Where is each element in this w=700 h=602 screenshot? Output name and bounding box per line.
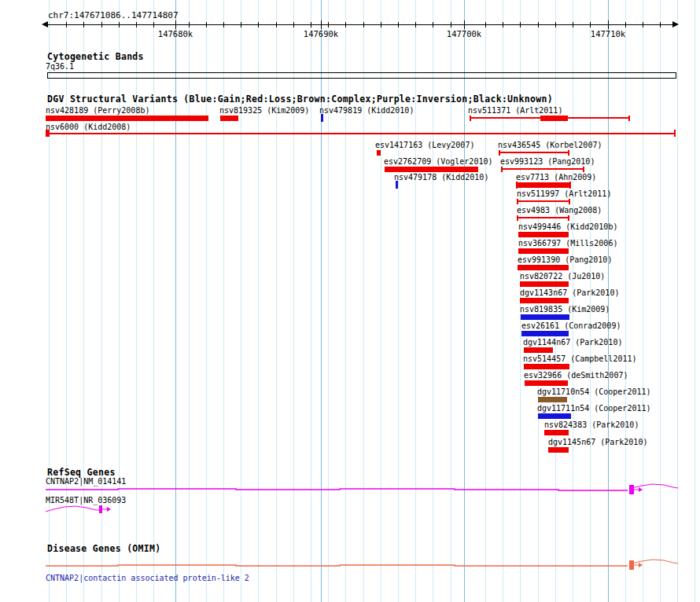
gene-glyphs-layer — [0, 0, 700, 602]
refseq-gene-mir548t-glyph[interactable] — [46, 505, 111, 513]
omim-gene-cntnap2-glyph[interactable] — [46, 560, 678, 570]
genome-browser-panel: chr7:147671086..147714807 147680k147690k… — [0, 0, 700, 602]
refseq-gene-cntnap2-glyph[interactable] — [46, 484, 678, 494]
